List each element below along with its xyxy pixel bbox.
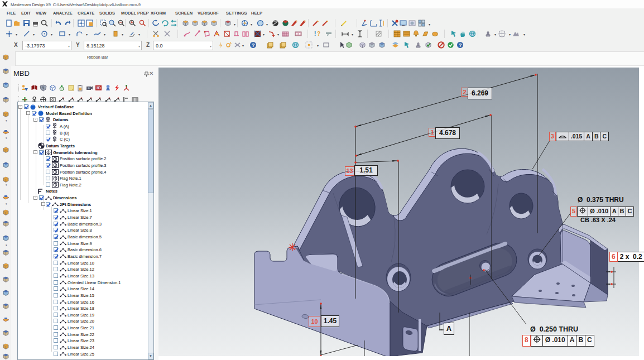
svg-text:?: ? xyxy=(317,31,320,37)
svg-text:?: ? xyxy=(252,42,255,48)
svg-text:?: ? xyxy=(459,42,462,48)
svg-text:!: ! xyxy=(314,31,316,37)
svg-text:3D: 3D xyxy=(96,86,101,90)
svg-text:9: 9 xyxy=(42,86,44,90)
